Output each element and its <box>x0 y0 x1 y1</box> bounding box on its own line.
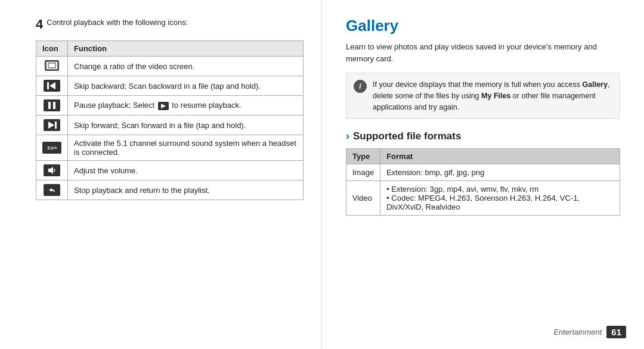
footer-label: Entertainment <box>553 328 602 336</box>
function-surround: Activate the 5.1 channel surround sound … <box>68 135 304 161</box>
function-pause: Pause playback; Select to resume playbac… <box>68 96 304 116</box>
step-header: 4 Control playback with the following ic… <box>36 17 304 32</box>
table-row: Stop playback and return to the playlist… <box>36 180 304 200</box>
table-row: Skip forward; Scan forward in a file (ta… <box>36 116 304 135</box>
svg-rect-4 <box>48 102 51 109</box>
formats-table: Type Format Image Extension: bmp, gif, j… <box>346 148 620 216</box>
svg-rect-2 <box>47 82 49 89</box>
volume-icon <box>44 164 60 176</box>
function-skipforward: Skip forward; Scan forward in a file (ta… <box>68 116 304 135</box>
step-number: 4 <box>36 17 43 32</box>
format-image: Extension: bmp, gif, jpg, png <box>380 164 620 181</box>
chevron-icon: › <box>346 130 349 142</box>
icon-cell-skipforward <box>36 116 68 135</box>
surround-icon: 5.1ch <box>42 142 61 154</box>
icon-cell-pause <box>36 96 68 116</box>
back-icon <box>44 184 60 196</box>
playback-icons-table: Icon Function Change a ratio of the vide… <box>36 40 304 200</box>
footer: Entertainment 61 <box>553 326 626 338</box>
formats-header-format: Format <box>380 149 620 164</box>
skip-back-icon <box>44 80 60 92</box>
function-volume: Adjust the volume. <box>68 161 304 180</box>
icon-cell-ratio <box>36 57 68 76</box>
table-row: Skip backward; Scan backward in a file (… <box>36 76 304 96</box>
note-icon: i <box>354 80 367 93</box>
table-row: Change a ratio of the video screen. <box>36 57 304 76</box>
table-header-icon: Icon <box>36 41 68 57</box>
format-video: • Extension: 3gp, mp4, avi, wmv, flv, mk… <box>380 181 620 216</box>
svg-marker-8 <box>48 121 54 129</box>
table-row: 5.1ch Activate the 5.1 channel surround … <box>36 135 304 161</box>
ratio-icon <box>45 60 59 71</box>
svg-marker-9 <box>48 167 53 174</box>
formats-header-type: Type <box>346 149 380 164</box>
icon-cell-surround: 5.1ch <box>36 135 68 161</box>
pause-icon <box>44 99 60 111</box>
gallery-title: Gallery <box>346 17 620 35</box>
svg-marker-3 <box>49 82 55 89</box>
type-image: Image <box>346 164 380 181</box>
svg-rect-0 <box>46 61 58 70</box>
icon-cell-skipback <box>36 76 68 96</box>
gallery-intro: Learn to view photos and play videos sav… <box>346 41 620 64</box>
svg-rect-5 <box>53 102 55 109</box>
note-text: If your device displays that the memory … <box>373 79 612 113</box>
formats-row-image: Image Extension: bmp, gif, jpg, png <box>346 164 620 181</box>
video-format-line1: • Extension: 3gp, mp4, avi, wmv, flv, mk… <box>386 185 614 194</box>
svg-rect-1 <box>48 63 55 68</box>
note-box: i If your device displays that the memor… <box>346 73 620 119</box>
svg-marker-6 <box>161 104 166 108</box>
section-heading: › Supported file formats <box>346 130 620 142</box>
function-skipback: Skip backward; Scan backward in a file (… <box>68 76 304 96</box>
icon-cell-volume <box>36 161 68 180</box>
function-back: Stop playback and return to the playlist… <box>68 180 304 200</box>
left-panel: 4 Control playback with the following ic… <box>0 0 322 349</box>
table-row: Pause playback; Select to resume playbac… <box>36 96 304 116</box>
step-text: Control playback with the following icon… <box>47 17 188 29</box>
video-format-line2: • Codec: MPEG4, H.263, Sorenson H.263, H… <box>386 194 614 211</box>
svg-rect-7 <box>55 121 57 129</box>
table-row: Adjust the volume. <box>36 161 304 180</box>
function-ratio: Change a ratio of the video screen. <box>68 57 304 76</box>
table-header-function: Function <box>68 41 304 57</box>
section-heading-text: Supported file formats <box>353 130 461 142</box>
icon-cell-back <box>36 180 68 200</box>
right-panel: Gallery Learn to view photos and play vi… <box>322 0 644 349</box>
resume-play-icon <box>158 102 169 110</box>
formats-row-video: Video • Extension: 3gp, mp4, avi, wmv, f… <box>346 181 620 216</box>
skip-forward-icon <box>44 119 60 131</box>
type-video: Video <box>346 181 380 216</box>
footer-page: 61 <box>606 326 626 338</box>
